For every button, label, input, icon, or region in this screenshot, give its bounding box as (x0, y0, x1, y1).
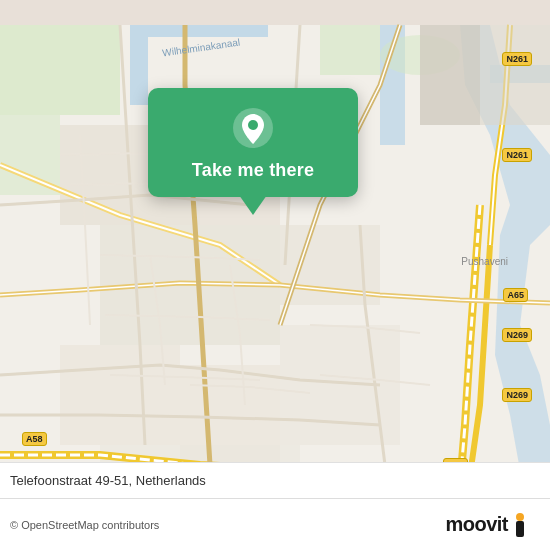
location-pin-icon (231, 106, 275, 150)
area-label-pushaveni: Pushaveni (461, 256, 508, 267)
road-badge-a65: A65 (503, 288, 528, 302)
road-badge-n261-top: N261 (502, 52, 532, 66)
bottom-bar: © OpenStreetMap contributors moovit (0, 498, 550, 550)
svg-rect-2 (148, 25, 268, 37)
moovit-logo-icon (512, 511, 536, 539)
osm-attribution: © OpenStreetMap contributors (10, 519, 159, 531)
popup-card: Take me there (148, 88, 358, 197)
map-container: Wilhelminakanaal Pushaveni N261 N261 A65… (0, 0, 550, 550)
svg-rect-15 (280, 325, 400, 445)
svg-rect-1 (130, 25, 148, 105)
take-me-there-button[interactable]: Take me there (192, 160, 314, 181)
road-badge-n269-1: N269 (502, 328, 532, 342)
road-badge-n269-2: N269 (502, 388, 532, 402)
address-text: Telefoonstraat 49-51, Netherlands (10, 473, 206, 488)
svg-point-20 (248, 120, 258, 130)
svg-rect-7 (320, 25, 380, 75)
moovit-logo: moovit (445, 511, 536, 539)
svg-rect-5 (0, 25, 120, 115)
svg-rect-18 (420, 25, 480, 125)
moovit-logo-text: moovit (445, 513, 508, 536)
road-badge-a58-left: A58 (22, 432, 47, 446)
address-bar: Telefoonstraat 49-51, Netherlands (0, 462, 550, 498)
svg-rect-6 (0, 115, 60, 195)
svg-rect-21 (516, 521, 524, 537)
svg-point-22 (516, 513, 524, 521)
road-badge-n261-mid: N261 (502, 148, 532, 162)
